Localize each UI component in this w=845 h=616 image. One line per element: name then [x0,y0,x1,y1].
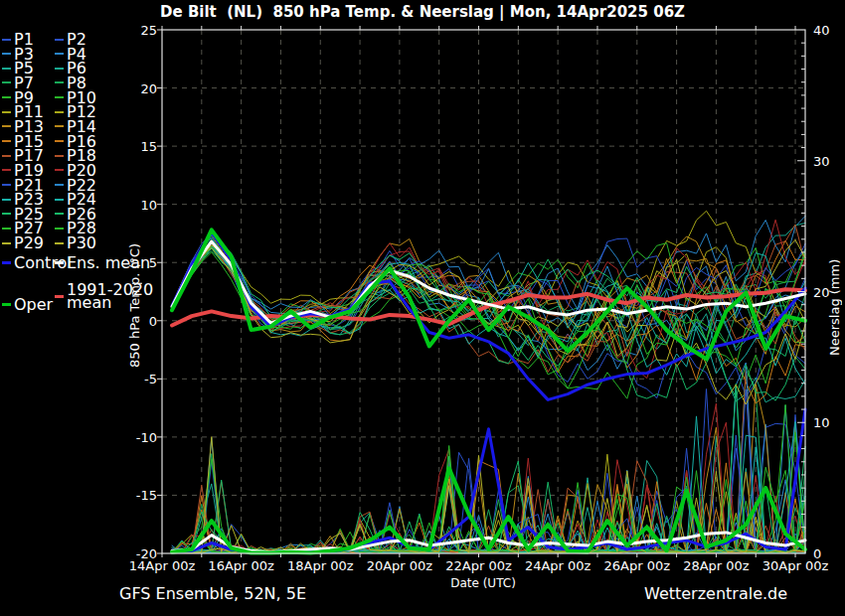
chart-title: De Bilt (NL) 850 hPa Temp. & Neerslag | … [0,3,845,21]
legend-swatch [55,155,64,157]
legend-swatch [55,184,64,186]
legend-label: P7 [14,77,34,89]
temp-tick-label: -5 [123,373,157,385]
date-tick-label: 28Apr 00z [683,559,750,572]
legend-item-oper: Oper [2,298,53,311]
date-tick-label: 22Apr 00z [445,559,512,572]
legend-item-p8: P8 [55,77,86,89]
legend-swatch [2,242,11,244]
date-tick-label: 26Apr 00z [604,559,671,572]
left-axis-title: 850 hPa Temp. (°C) [127,229,142,368]
legend-swatch [55,295,64,298]
legend-label: P20 [67,164,96,177]
legend-swatch [2,96,11,98]
member-p10-precip-line [172,404,805,552]
legend-swatch [55,53,64,55]
legend-label: P19 [14,164,44,177]
member-p19-precip-line [172,403,805,552]
precip-tick-label: 20 [813,285,830,298]
legend-swatch [2,39,11,41]
legend-swatch [2,81,11,83]
temp-tick-label: 20 [123,81,157,94]
legend-label: P13 [14,120,44,133]
legend-swatch [55,228,64,230]
temp-tick-label: 0 [123,314,157,327]
control-precip-line [172,409,805,552]
member-p14-precip-line [172,385,805,553]
legend-swatch [55,199,64,201]
site-credit: Wetterzentrale.de [644,584,787,603]
legend-label: Oper [14,298,53,311]
legend-swatch [2,169,11,171]
precip-tick-label: 40 [813,24,830,37]
legend-swatch [2,155,11,157]
legend-swatch [55,125,64,127]
legend-swatch [2,228,11,230]
legend-swatch [55,169,64,171]
temp-tick-label: 15 [123,140,157,153]
legend-item-p30: P30 [55,236,96,249]
legend-swatch [2,261,11,264]
member-p3-precip-line [172,405,805,553]
legend-item-p13: P13 [2,120,44,133]
legend-swatch [2,213,11,215]
precip-tick-label: 30 [813,154,830,167]
date-tick-label: 14Apr 00z [129,559,196,572]
meteogram-page: De Bilt (NL) 850 hPa Temp. & Neerslag | … [0,0,845,616]
legend-label: P8 [67,77,86,89]
legend-item-p20: P20 [55,164,96,177]
temp-tick-label: 5 [123,256,157,269]
temp-tick-label: 10 [123,198,157,211]
legend-swatch [55,242,64,244]
legend-swatch [2,111,11,113]
legend-swatch [55,39,64,41]
legend-swatch [2,53,11,55]
legend-item-p19: P19 [2,164,44,177]
precip-tick-label: 10 [813,416,830,429]
legend-swatch [2,303,11,306]
member-p5-precip-line [172,386,805,553]
temp-tick-label: -15 [123,489,157,502]
legend-label: P14 [67,120,96,133]
legend-swatch [55,81,64,83]
legend-label: P29 [14,236,44,249]
temp-tick-label: 25 [123,24,157,37]
legend-swatch [55,68,64,70]
date-tick-label: 24Apr 00z [525,559,592,572]
legend-swatch [2,199,11,201]
legend-swatch [2,184,11,186]
legend-swatch [55,140,64,142]
member-p1-precip-line [172,389,805,553]
date-tick-label: 16Apr 00z [208,559,274,572]
legend-item-p7: P7 [2,77,34,89]
member-p21-precip-line [172,389,805,553]
legend-swatch [55,96,64,98]
legend-swatch [55,111,64,113]
legend-swatch [55,261,64,264]
legend-label: P30 [67,236,96,249]
member-p26-precip-line [172,384,805,552]
legend-swatch [2,68,11,70]
date-tick-label: 18Apr 00z [287,559,354,572]
legend-item-p14: P14 [55,120,96,133]
legend-swatch [55,213,64,215]
model-info: GFS Ensemble, 52N, 5E [119,584,306,603]
date-tick-label: 20Apr 00z [367,559,433,572]
temp-tick-label: -10 [123,430,157,443]
date-tick-label: 30Apr 00z [762,559,829,572]
legend-swatch [2,140,11,142]
legend-item-p29: P29 [2,236,44,249]
legend-swatch [2,125,11,127]
x-axis-title: Date (UTC) [450,576,516,590]
